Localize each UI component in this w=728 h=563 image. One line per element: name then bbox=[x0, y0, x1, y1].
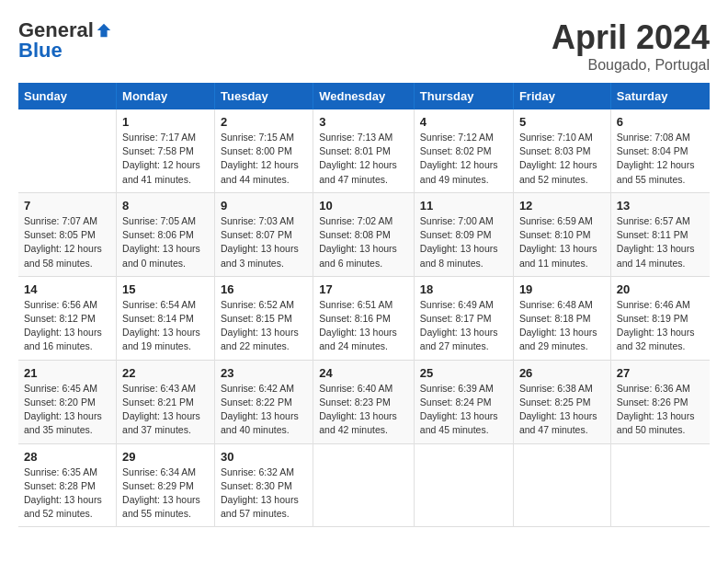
day-number: 10 bbox=[319, 199, 408, 213]
day-info: Sunrise: 6:52 AM Sunset: 8:15 PM Dayligh… bbox=[221, 298, 307, 354]
day-info: Sunrise: 7:05 AM Sunset: 8:06 PM Dayligh… bbox=[122, 214, 209, 270]
day-number: 8 bbox=[122, 199, 209, 213]
calendar-cell: 25Sunrise: 6:39 AM Sunset: 8:24 PM Dayli… bbox=[414, 360, 513, 443]
logo-blue-text: Blue bbox=[18, 39, 63, 63]
calendar-cell: 22Sunrise: 6:43 AM Sunset: 8:21 PM Dayli… bbox=[117, 360, 215, 443]
calendar-cell: 21Sunrise: 6:45 AM Sunset: 8:20 PM Dayli… bbox=[18, 360, 117, 443]
calendar-cell: 1Sunrise: 7:17 AM Sunset: 7:58 PM Daylig… bbox=[117, 109, 215, 192]
calendar-cell bbox=[513, 443, 610, 527]
day-info: Sunrise: 6:32 AM Sunset: 8:30 PM Dayligh… bbox=[221, 465, 307, 522]
day-info: Sunrise: 7:03 AM Sunset: 8:07 PM Dayligh… bbox=[221, 214, 307, 270]
page-header: General Blue April 2024 Bougado, Portuga… bbox=[18, 18, 710, 74]
calendar-cell bbox=[414, 443, 513, 527]
logo: General Blue bbox=[18, 18, 112, 63]
day-number: 25 bbox=[420, 366, 507, 380]
day-number: 14 bbox=[24, 282, 110, 296]
day-number: 11 bbox=[420, 199, 507, 213]
day-info: Sunrise: 7:13 AM Sunset: 8:01 PM Dayligh… bbox=[319, 131, 408, 187]
day-number: 28 bbox=[24, 450, 110, 464]
day-number: 1 bbox=[122, 115, 209, 129]
day-number: 2 bbox=[221, 115, 307, 129]
day-info: Sunrise: 6:38 AM Sunset: 8:25 PM Dayligh… bbox=[519, 382, 605, 438]
day-number: 12 bbox=[519, 199, 605, 213]
header-tuesday: Tuesday bbox=[215, 83, 313, 109]
day-info: Sunrise: 6:35 AM Sunset: 8:28 PM Dayligh… bbox=[24, 465, 110, 522]
day-info: Sunrise: 6:56 AM Sunset: 8:12 PM Dayligh… bbox=[24, 298, 110, 354]
day-number: 30 bbox=[221, 450, 307, 464]
header-friday: Friday bbox=[513, 83, 610, 109]
calendar-cell: 30Sunrise: 6:32 AM Sunset: 8:30 PM Dayli… bbox=[215, 443, 313, 527]
day-info: Sunrise: 6:36 AM Sunset: 8:26 PM Dayligh… bbox=[617, 382, 704, 438]
svg-marker-0 bbox=[97, 24, 110, 37]
day-number: 21 bbox=[24, 366, 110, 380]
day-info: Sunrise: 6:46 AM Sunset: 8:19 PM Dayligh… bbox=[617, 298, 704, 354]
calendar-row: 7Sunrise: 7:07 AM Sunset: 8:05 PM Daylig… bbox=[18, 192, 710, 276]
day-info: Sunrise: 6:48 AM Sunset: 8:18 PM Dayligh… bbox=[519, 298, 605, 354]
calendar-cell: 5Sunrise: 7:10 AM Sunset: 8:03 PM Daylig… bbox=[513, 109, 610, 192]
day-info: Sunrise: 7:07 AM Sunset: 8:05 PM Dayligh… bbox=[24, 214, 110, 270]
day-number: 13 bbox=[617, 199, 704, 213]
day-number: 24 bbox=[319, 366, 408, 380]
day-number: 17 bbox=[319, 282, 408, 296]
logo-icon bbox=[96, 22, 112, 39]
day-info: Sunrise: 7:08 AM Sunset: 8:04 PM Dayligh… bbox=[617, 131, 704, 187]
day-info: Sunrise: 6:49 AM Sunset: 8:17 PM Dayligh… bbox=[420, 298, 507, 354]
calendar-cell: 11Sunrise: 7:00 AM Sunset: 8:09 PM Dayli… bbox=[414, 192, 513, 276]
day-number: 16 bbox=[221, 282, 307, 296]
day-number: 15 bbox=[122, 282, 209, 296]
day-info: Sunrise: 7:00 AM Sunset: 8:09 PM Dayligh… bbox=[420, 214, 507, 270]
day-number: 26 bbox=[519, 366, 605, 380]
header-monday: Monday bbox=[117, 83, 215, 109]
calendar-cell bbox=[313, 443, 415, 527]
day-info: Sunrise: 6:51 AM Sunset: 8:16 PM Dayligh… bbox=[319, 298, 408, 354]
title-block: April 2024 Bougado, Portugal bbox=[552, 18, 710, 74]
calendar-cell: 28Sunrise: 6:35 AM Sunset: 8:28 PM Dayli… bbox=[18, 443, 117, 527]
calendar-row: 1Sunrise: 7:17 AM Sunset: 7:58 PM Daylig… bbox=[18, 109, 710, 192]
calendar-cell: 7Sunrise: 7:07 AM Sunset: 8:05 PM Daylig… bbox=[18, 192, 117, 276]
day-number: 3 bbox=[319, 115, 408, 129]
calendar-cell: 3Sunrise: 7:13 AM Sunset: 8:01 PM Daylig… bbox=[313, 109, 415, 192]
calendar-table: SundayMondayTuesdayWednesdayThursdayFrid… bbox=[18, 83, 710, 527]
calendar-row: 28Sunrise: 6:35 AM Sunset: 8:28 PM Dayli… bbox=[18, 443, 710, 527]
calendar-cell: 12Sunrise: 6:59 AM Sunset: 8:10 PM Dayli… bbox=[513, 192, 610, 276]
calendar-cell: 17Sunrise: 6:51 AM Sunset: 8:16 PM Dayli… bbox=[313, 276, 415, 360]
day-info: Sunrise: 6:43 AM Sunset: 8:21 PM Dayligh… bbox=[122, 382, 209, 438]
day-info: Sunrise: 7:12 AM Sunset: 8:02 PM Dayligh… bbox=[420, 131, 507, 187]
header-sunday: Sunday bbox=[18, 83, 117, 109]
calendar-row: 21Sunrise: 6:45 AM Sunset: 8:20 PM Dayli… bbox=[18, 360, 710, 443]
day-info: Sunrise: 7:15 AM Sunset: 8:00 PM Dayligh… bbox=[221, 131, 307, 187]
calendar-cell: 9Sunrise: 7:03 AM Sunset: 8:07 PM Daylig… bbox=[215, 192, 313, 276]
calendar-cell bbox=[610, 443, 710, 527]
day-info: Sunrise: 6:34 AM Sunset: 8:29 PM Dayligh… bbox=[122, 465, 209, 522]
calendar-cell: 13Sunrise: 6:57 AM Sunset: 8:11 PM Dayli… bbox=[610, 192, 710, 276]
calendar-cell: 29Sunrise: 6:34 AM Sunset: 8:29 PM Dayli… bbox=[117, 443, 215, 527]
day-number: 6 bbox=[617, 115, 704, 129]
month-title: April 2024 bbox=[552, 18, 710, 57]
day-number: 9 bbox=[221, 199, 307, 213]
calendar-header-row: SundayMondayTuesdayWednesdayThursdayFrid… bbox=[18, 83, 710, 109]
calendar-cell: 14Sunrise: 6:56 AM Sunset: 8:12 PM Dayli… bbox=[18, 276, 117, 360]
day-number: 23 bbox=[221, 366, 307, 380]
header-saturday: Saturday bbox=[610, 83, 710, 109]
calendar-cell: 20Sunrise: 6:46 AM Sunset: 8:19 PM Dayli… bbox=[610, 276, 710, 360]
header-wednesday: Wednesday bbox=[313, 83, 415, 109]
day-info: Sunrise: 6:59 AM Sunset: 8:10 PM Dayligh… bbox=[519, 214, 605, 270]
location: Bougado, Portugal bbox=[552, 57, 710, 74]
calendar-cell: 4Sunrise: 7:12 AM Sunset: 8:02 PM Daylig… bbox=[414, 109, 513, 192]
day-info: Sunrise: 6:39 AM Sunset: 8:24 PM Dayligh… bbox=[420, 382, 507, 438]
day-info: Sunrise: 6:54 AM Sunset: 8:14 PM Dayligh… bbox=[122, 298, 209, 354]
day-number: 27 bbox=[617, 366, 704, 380]
day-info: Sunrise: 6:42 AM Sunset: 8:22 PM Dayligh… bbox=[221, 382, 307, 438]
day-number: 5 bbox=[519, 115, 605, 129]
day-number: 7 bbox=[24, 199, 110, 213]
day-number: 18 bbox=[420, 282, 507, 296]
day-info: Sunrise: 7:17 AM Sunset: 7:58 PM Dayligh… bbox=[122, 131, 209, 187]
calendar-cell: 18Sunrise: 6:49 AM Sunset: 8:17 PM Dayli… bbox=[414, 276, 513, 360]
day-info: Sunrise: 7:10 AM Sunset: 8:03 PM Dayligh… bbox=[519, 131, 605, 187]
calendar-cell: 8Sunrise: 7:05 AM Sunset: 8:06 PM Daylig… bbox=[117, 192, 215, 276]
day-number: 4 bbox=[420, 115, 507, 129]
calendar-cell: 10Sunrise: 7:02 AM Sunset: 8:08 PM Dayli… bbox=[313, 192, 415, 276]
calendar-cell: 23Sunrise: 6:42 AM Sunset: 8:22 PM Dayli… bbox=[215, 360, 313, 443]
calendar-cell: 26Sunrise: 6:38 AM Sunset: 8:25 PM Dayli… bbox=[513, 360, 610, 443]
calendar-cell: 27Sunrise: 6:36 AM Sunset: 8:26 PM Dayli… bbox=[610, 360, 710, 443]
